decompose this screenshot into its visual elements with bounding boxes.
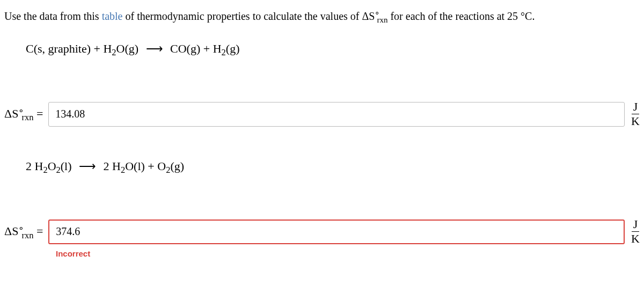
reaction-2-equation: 2 H2O2(l) ⟶ 2 H2O(l) + O2(g): [26, 159, 640, 176]
delta-s-label-2: ΔS∘rxn =: [4, 223, 43, 241]
arrow-icon: ⟶: [146, 42, 163, 55]
answer-row-2: ΔS∘rxn = J K: [4, 218, 640, 245]
arrow-icon: ⟶: [79, 159, 96, 173]
delta-s-label-1: ΔS∘rxn =: [4, 105, 43, 123]
question-middle: of thermodynamic properties to calculate…: [123, 10, 362, 22]
question-prompt: Use the data from this table of thermody…: [4, 8, 640, 26]
unit-label-2: J K: [631, 218, 640, 245]
delta-s-symbol: ΔS∘rxn: [362, 10, 387, 22]
question-suffix: for each of the reactions at 25 °C.: [387, 10, 535, 22]
answer-input-2[interactable]: [48, 220, 625, 244]
table-link[interactable]: table: [102, 10, 123, 22]
reaction-1-equation: C(s, graphite) + H2O(g) ⟶ CO(g) + H2(g): [26, 42, 640, 58]
unit-label-1: J K: [631, 101, 640, 127]
feedback-incorrect: Incorrect: [56, 249, 640, 258]
question-prefix: Use the data from this: [4, 10, 102, 22]
answer-row-1: ΔS∘rxn = J K: [4, 101, 640, 127]
answer-input-1[interactable]: [48, 102, 625, 127]
